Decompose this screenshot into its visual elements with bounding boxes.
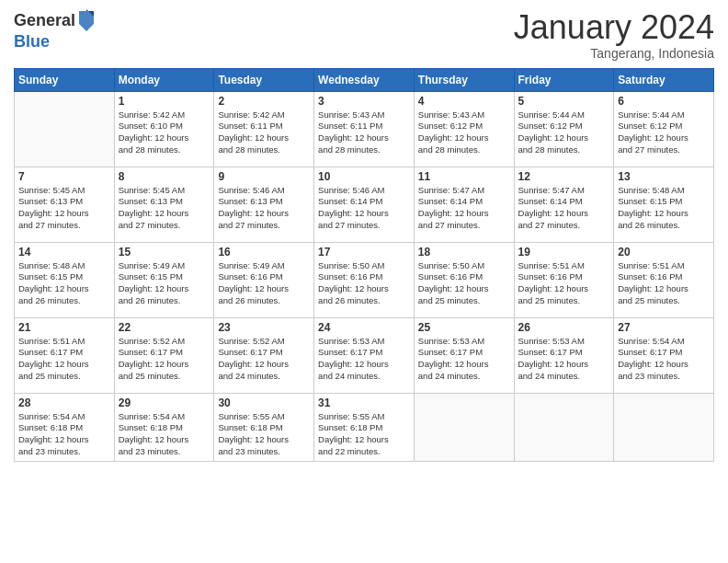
calendar-header-row: SundayMondayTuesdayWednesdayThursdayFrid… bbox=[15, 68, 714, 91]
day-info: Sunrise: 5:45 AMSunset: 6:13 PMDaylight:… bbox=[18, 185, 110, 232]
day-number: 17 bbox=[318, 246, 410, 259]
day-number: 15 bbox=[119, 246, 210, 259]
day-number: 18 bbox=[418, 246, 510, 259]
day-info: Sunrise: 5:53 AMSunset: 6:17 PMDaylight:… bbox=[518, 336, 610, 383]
calendar-cell: 9Sunrise: 5:46 AMSunset: 6:13 PMDaylight… bbox=[214, 167, 314, 242]
day-info: Sunrise: 5:50 AMSunset: 6:16 PMDaylight:… bbox=[318, 260, 410, 307]
location: Tangerang, Indonesia bbox=[514, 46, 714, 61]
calendar-table: SundayMondayTuesdayWednesdayThursdayFrid… bbox=[14, 68, 714, 462]
day-info: Sunrise: 5:50 AMSunset: 6:16 PMDaylight:… bbox=[418, 260, 510, 307]
calendar-cell: 4Sunrise: 5:43 AMSunset: 6:12 PMDaylight… bbox=[414, 91, 514, 167]
calendar-cell: 21Sunrise: 5:51 AMSunset: 6:17 PMDayligh… bbox=[15, 317, 115, 393]
day-number: 23 bbox=[218, 321, 310, 334]
calendar-cell bbox=[614, 393, 714, 461]
col-header-tuesday: Tuesday bbox=[214, 68, 314, 91]
day-number: 6 bbox=[618, 95, 710, 108]
calendar-cell: 1Sunrise: 5:42 AMSunset: 6:10 PMDaylight… bbox=[114, 91, 214, 167]
day-number: 10 bbox=[318, 170, 410, 183]
day-number: 7 bbox=[18, 170, 110, 183]
day-info: Sunrise: 5:52 AMSunset: 6:17 PMDaylight:… bbox=[119, 336, 210, 383]
calendar-cell: 11Sunrise: 5:47 AMSunset: 6:14 PMDayligh… bbox=[414, 167, 514, 242]
day-number: 31 bbox=[318, 396, 410, 409]
calendar-cell: 18Sunrise: 5:50 AMSunset: 6:16 PMDayligh… bbox=[414, 242, 514, 317]
title-section: January 2024 Tangerang, Indonesia bbox=[514, 9, 714, 61]
logo: General Blue bbox=[14, 9, 96, 52]
day-number: 22 bbox=[119, 321, 210, 334]
calendar-cell: 3Sunrise: 5:43 AMSunset: 6:11 PMDaylight… bbox=[314, 91, 415, 167]
day-info: Sunrise: 5:54 AMSunset: 6:18 PMDaylight:… bbox=[119, 411, 210, 458]
day-number: 4 bbox=[418, 95, 510, 108]
calendar-cell: 19Sunrise: 5:51 AMSunset: 6:16 PMDayligh… bbox=[514, 242, 614, 317]
calendar-cell: 7Sunrise: 5:45 AMSunset: 6:13 PMDaylight… bbox=[15, 167, 115, 242]
calendar-cell: 16Sunrise: 5:49 AMSunset: 6:16 PMDayligh… bbox=[214, 242, 314, 317]
day-number: 14 bbox=[18, 246, 110, 259]
logo-general: General bbox=[14, 12, 75, 30]
week-row-3: 21Sunrise: 5:51 AMSunset: 6:17 PMDayligh… bbox=[15, 317, 714, 393]
day-info: Sunrise: 5:54 AMSunset: 6:17 PMDaylight:… bbox=[618, 336, 710, 383]
day-info: Sunrise: 5:52 AMSunset: 6:17 PMDaylight:… bbox=[218, 336, 310, 383]
day-number: 1 bbox=[119, 95, 210, 108]
day-number: 12 bbox=[518, 170, 610, 183]
day-info: Sunrise: 5:44 AMSunset: 6:12 PMDaylight:… bbox=[618, 109, 710, 156]
day-number: 11 bbox=[418, 170, 510, 183]
day-number: 27 bbox=[618, 321, 710, 334]
day-number: 30 bbox=[218, 396, 310, 409]
calendar-cell: 25Sunrise: 5:53 AMSunset: 6:17 PMDayligh… bbox=[414, 317, 514, 393]
day-number: 20 bbox=[618, 246, 710, 259]
calendar-cell: 5Sunrise: 5:44 AMSunset: 6:12 PMDaylight… bbox=[514, 91, 614, 167]
day-number: 19 bbox=[518, 246, 610, 259]
header: General Blue January 2024 Tangerang, Ind… bbox=[14, 9, 714, 61]
calendar-cell: 30Sunrise: 5:55 AMSunset: 6:18 PMDayligh… bbox=[214, 393, 314, 461]
col-header-thursday: Thursday bbox=[414, 68, 514, 91]
day-info: Sunrise: 5:48 AMSunset: 6:15 PMDaylight:… bbox=[18, 260, 110, 307]
col-header-monday: Monday bbox=[114, 68, 214, 91]
calendar-cell: 31Sunrise: 5:55 AMSunset: 6:18 PMDayligh… bbox=[314, 393, 415, 461]
day-info: Sunrise: 5:51 AMSunset: 6:16 PMDaylight:… bbox=[618, 260, 710, 307]
day-number: 25 bbox=[418, 321, 510, 334]
calendar-cell: 20Sunrise: 5:51 AMSunset: 6:16 PMDayligh… bbox=[614, 242, 714, 317]
logo-text: General Blue bbox=[14, 9, 96, 52]
col-header-friday: Friday bbox=[514, 68, 614, 91]
week-row-1: 7Sunrise: 5:45 AMSunset: 6:13 PMDaylight… bbox=[15, 167, 714, 242]
logo-blue: Blue bbox=[14, 33, 96, 52]
calendar-cell: 22Sunrise: 5:52 AMSunset: 6:17 PMDayligh… bbox=[114, 317, 214, 393]
calendar-cell: 2Sunrise: 5:42 AMSunset: 6:11 PMDaylight… bbox=[214, 91, 314, 167]
day-number: 21 bbox=[18, 321, 110, 334]
day-info: Sunrise: 5:43 AMSunset: 6:12 PMDaylight:… bbox=[418, 109, 510, 156]
month-title: January 2024 bbox=[514, 9, 714, 46]
calendar-cell: 17Sunrise: 5:50 AMSunset: 6:16 PMDayligh… bbox=[314, 242, 415, 317]
calendar-cell: 26Sunrise: 5:53 AMSunset: 6:17 PMDayligh… bbox=[514, 317, 614, 393]
calendar-cell: 29Sunrise: 5:54 AMSunset: 6:18 PMDayligh… bbox=[114, 393, 214, 461]
day-info: Sunrise: 5:46 AMSunset: 6:13 PMDaylight:… bbox=[218, 185, 310, 232]
day-info: Sunrise: 5:48 AMSunset: 6:15 PMDaylight:… bbox=[618, 185, 710, 232]
calendar-cell: 28Sunrise: 5:54 AMSunset: 6:18 PMDayligh… bbox=[15, 393, 115, 461]
calendar-cell: 8Sunrise: 5:45 AMSunset: 6:13 PMDaylight… bbox=[114, 167, 214, 242]
calendar-cell: 13Sunrise: 5:48 AMSunset: 6:15 PMDayligh… bbox=[614, 167, 714, 242]
day-info: Sunrise: 5:51 AMSunset: 6:16 PMDaylight:… bbox=[518, 260, 610, 307]
day-info: Sunrise: 5:49 AMSunset: 6:15 PMDaylight:… bbox=[119, 260, 210, 307]
calendar-cell bbox=[15, 91, 115, 167]
day-number: 16 bbox=[218, 246, 310, 259]
day-info: Sunrise: 5:44 AMSunset: 6:12 PMDaylight:… bbox=[518, 109, 610, 156]
day-info: Sunrise: 5:42 AMSunset: 6:11 PMDaylight:… bbox=[218, 109, 310, 156]
col-header-sunday: Sunday bbox=[15, 68, 115, 91]
calendar-cell: 12Sunrise: 5:47 AMSunset: 6:14 PMDayligh… bbox=[514, 167, 614, 242]
day-info: Sunrise: 5:46 AMSunset: 6:14 PMDaylight:… bbox=[318, 185, 410, 232]
page: General Blue January 2024 Tangerang, Ind… bbox=[0, 0, 728, 563]
col-header-wednesday: Wednesday bbox=[314, 68, 415, 91]
day-number: 28 bbox=[18, 396, 110, 409]
week-row-0: 1Sunrise: 5:42 AMSunset: 6:10 PMDaylight… bbox=[15, 91, 714, 167]
day-info: Sunrise: 5:54 AMSunset: 6:18 PMDaylight:… bbox=[18, 411, 110, 458]
day-info: Sunrise: 5:49 AMSunset: 6:16 PMDaylight:… bbox=[218, 260, 310, 307]
day-info: Sunrise: 5:45 AMSunset: 6:13 PMDaylight:… bbox=[119, 185, 210, 232]
calendar-cell bbox=[414, 393, 514, 461]
day-info: Sunrise: 5:47 AMSunset: 6:14 PMDaylight:… bbox=[518, 185, 610, 232]
day-info: Sunrise: 5:51 AMSunset: 6:17 PMDaylight:… bbox=[18, 336, 110, 383]
day-number: 9 bbox=[218, 170, 310, 183]
col-header-saturday: Saturday bbox=[614, 68, 714, 91]
day-info: Sunrise: 5:43 AMSunset: 6:11 PMDaylight:… bbox=[318, 109, 410, 156]
calendar-cell: 23Sunrise: 5:52 AMSunset: 6:17 PMDayligh… bbox=[214, 317, 314, 393]
week-row-2: 14Sunrise: 5:48 AMSunset: 6:15 PMDayligh… bbox=[15, 242, 714, 317]
day-number: 24 bbox=[318, 321, 410, 334]
day-info: Sunrise: 5:55 AMSunset: 6:18 PMDaylight:… bbox=[218, 411, 310, 458]
